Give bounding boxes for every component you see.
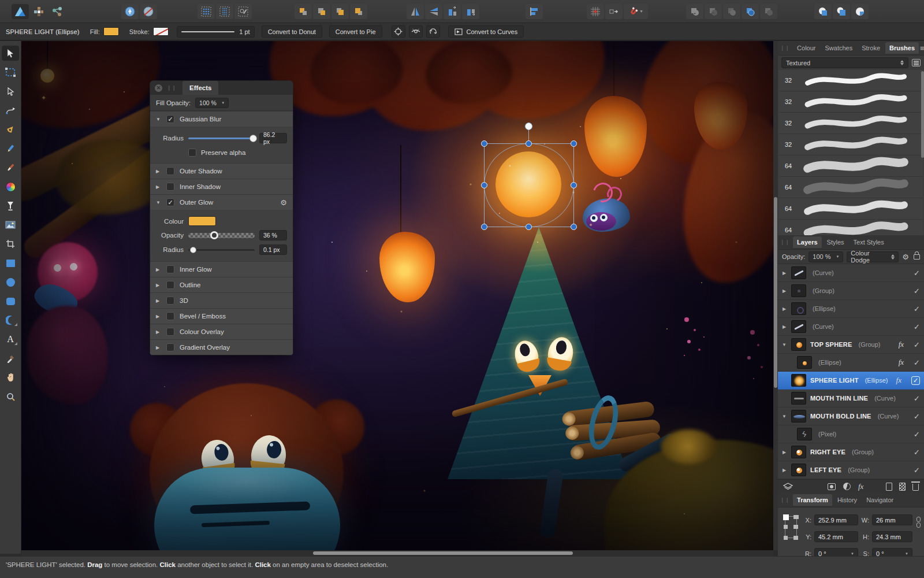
section-gaussian-blur[interactable]: ▼ Gaussian Blur (150, 111, 293, 127)
move-tool[interactable] (2, 46, 19, 61)
geometry-subtract-icon[interactable] (833, 4, 850, 19)
selection-handle-se[interactable] (571, 224, 577, 230)
gear-icon[interactable]: ⚙ (280, 198, 287, 207)
outer-glow-opacity-slider[interactable] (188, 231, 255, 239)
expand-arrow-icon[interactable]: ▶ (156, 267, 161, 272)
hide-selection-icon[interactable] (409, 25, 423, 38)
layer-thumbnail[interactable] (791, 302, 806, 315)
convert-to-pie-button[interactable]: Convert to Pie (329, 25, 382, 38)
layer-visibility-check[interactable]: ✓ (914, 287, 920, 295)
tab-transform[interactable]: Transform (793, 494, 832, 506)
layer-thumbnail[interactable] (791, 464, 806, 476)
designer-persona-icon[interactable] (12, 4, 29, 19)
move-to-back-icon[interactable] (295, 4, 312, 19)
anchor-point-selector[interactable] (783, 514, 799, 540)
brush-item[interactable]: 32 (779, 134, 923, 155)
layer-effects-icon[interactable]: fx (858, 482, 863, 491)
stroke-width-control[interactable]: 1 pt (177, 26, 255, 38)
layer-expand-arrow-icon[interactable]: ▶ (781, 450, 787, 455)
layer-thumbnail[interactable] (791, 338, 806, 351)
panel-grip-icon[interactable]: ❘❘ (780, 497, 790, 503)
effects-tab[interactable]: Effects (182, 81, 218, 95)
lock-icon[interactable] (914, 254, 920, 260)
h-field[interactable]: 24.3 mm (872, 531, 912, 542)
snapping-magnet-icon[interactable]: ▼ (624, 4, 648, 19)
horizontal-scrollbar-thumb[interactable] (313, 551, 573, 555)
brush-list-view-icon[interactable] (912, 59, 921, 66)
layer-thumbnail[interactable] (797, 356, 812, 369)
add-layer-icon[interactable] (886, 483, 892, 491)
brush-item[interactable]: 32 (779, 91, 923, 113)
document-canvas[interactable]: ✦ (21, 41, 773, 550)
expand-arrow-icon[interactable]: ▶ (156, 184, 161, 190)
pen-tool[interactable] (2, 122, 19, 137)
flip-vertical-icon[interactable] (425, 4, 442, 19)
tab-styles[interactable]: Styles (823, 236, 848, 248)
section-gradient-overlay[interactable]: ▶ Gradient Overlay (150, 339, 293, 355)
artboard-tool[interactable] (2, 65, 19, 80)
tab-history[interactable]: History (833, 494, 861, 506)
expand-arrow-icon[interactable]: ▶ (156, 298, 161, 303)
y-field[interactable]: 45.2 mm (814, 531, 858, 542)
layer-row-sphere-light[interactable]: SPHERE LIGHT(Ellipse)fx✓ (778, 372, 924, 390)
layer-visibility-check[interactable]: ✓ (914, 305, 920, 313)
gaussian-radius-value[interactable]: 86.2 px (259, 133, 287, 143)
alignment-icon[interactable] (526, 4, 543, 19)
gaussian-blur-checkbox[interactable] (166, 115, 174, 123)
stroke-swatch[interactable] (153, 27, 169, 36)
tab-stroke[interactable]: Stroke (858, 42, 884, 54)
layer-thumbnail[interactable] (791, 320, 806, 333)
move-to-front-icon[interactable] (350, 4, 367, 19)
w-field[interactable]: 26 mm (872, 514, 912, 525)
layer-row-group[interactable]: ▶(Group)✓ (778, 282, 924, 300)
section-colour-overlay[interactable]: ▶ Colour Overlay (150, 324, 293, 339)
insert-target-icon[interactable] (392, 25, 405, 38)
fill-opacity-dropdown[interactable]: 100 %▼ (195, 98, 229, 108)
selection-handle-n[interactable] (526, 140, 532, 147)
layer-expand-arrow-icon[interactable]: ▼ (781, 342, 787, 347)
layer-thumbnail[interactable] (791, 410, 806, 423)
layers-stack-icon[interactable] (783, 483, 793, 491)
tab-layers[interactable]: Layers (793, 236, 821, 248)
selection-handle-w[interactable] (481, 182, 487, 188)
tab-brushes[interactable]: Brushes (885, 42, 919, 54)
layer-expand-arrow-icon[interactable]: ▶ (781, 306, 787, 312)
cycle-selection-icon[interactable] (426, 25, 440, 38)
section-inner-glow[interactable]: ▶ Inner Glow (150, 261, 293, 277)
style-paste-icon[interactable] (121, 4, 139, 19)
layer-opacity-dropdown[interactable]: 100 %▼ (808, 251, 843, 262)
selection-handle-e[interactable] (571, 182, 577, 188)
vector-crop-tool[interactable] (2, 236, 19, 251)
outer-glow-colour-swatch[interactable] (188, 216, 216, 226)
panel-grip-icon[interactable]: ❘❘ (780, 45, 790, 51)
selection-handle-s[interactable] (526, 224, 532, 230)
inner-shadow-checkbox[interactable] (166, 183, 174, 191)
add-pixel-layer-icon[interactable] (899, 483, 906, 491)
export-persona-icon[interactable] (49, 4, 66, 19)
vertical-scrollbar[interactable] (773, 41, 778, 550)
panel-menu-icon[interactable]: ≡▾ (920, 44, 924, 53)
selection-bounding-box[interactable] (484, 143, 574, 227)
fill-swatch[interactable] (103, 27, 119, 36)
ellipse-tool[interactable] (2, 275, 19, 290)
section-inner-shadow[interactable]: ▶ Inner Shadow (150, 179, 293, 194)
convert-to-curves-button[interactable]: Convert to Curves (448, 25, 524, 38)
layer-row-right-eye[interactable]: ▶RIGHT EYE(Group)✓ (778, 443, 924, 461)
outer-shadow-checkbox[interactable] (166, 167, 174, 175)
layer-row-curve[interactable]: ▶(Curve)✓ (778, 318, 924, 336)
show-grid-icon[interactable] (198, 4, 215, 19)
brush-scrollbar-thumb[interactable] (921, 71, 924, 158)
layer-settings-gear-icon[interactable]: ⚙ (902, 253, 909, 261)
layer-expand-arrow-icon[interactable]: ▼ (781, 414, 787, 419)
layer-thumbnail[interactable] (791, 266, 806, 279)
tab-swatches[interactable]: Swatches (821, 42, 857, 54)
rounded-rectangle-tool[interactable] (2, 294, 19, 309)
panel-grip-icon[interactable]: ❘❘ (167, 85, 177, 91)
layer-visibility-check[interactable]: ✓ (914, 430, 920, 439)
bevel-emboss-checkbox[interactable] (166, 312, 174, 320)
show-column-guides-icon[interactable] (216, 4, 233, 19)
expand-arrow-icon[interactable]: ▶ (156, 169, 161, 174)
brush-category-dropdown[interactable]: Textured (781, 57, 908, 68)
layer-thumbnail[interactable] (791, 446, 806, 458)
layer-thumbnail[interactable] (791, 284, 806, 297)
